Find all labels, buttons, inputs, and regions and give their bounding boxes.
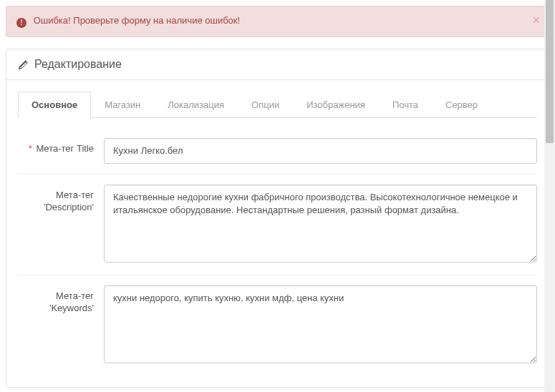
tab-images[interactable]: Изображения [293, 92, 379, 118]
tab-options[interactable]: Опции [238, 92, 293, 118]
field-meta-description: Мета-тег 'Description' [18, 174, 537, 275]
field-meta-title: * Мета-тег Title [18, 138, 537, 174]
scrollbar-track[interactable] [544, 0, 555, 392]
field-meta-keywords: Мета-тег 'Keywords' [18, 275, 537, 376]
tab-main[interactable]: Основное [18, 92, 91, 118]
input-meta-title[interactable] [104, 138, 537, 164]
tab-localization[interactable]: Локализация [154, 92, 238, 118]
error-alert: ! Ошибка! Проверьте форму на наличие оши… [6, 6, 549, 37]
input-meta-description[interactable] [104, 185, 537, 263]
scrollbar-thumb[interactable] [546, 0, 554, 143]
panel-body: Основное Магазин Локализация Опции Изобр… [6, 80, 549, 387]
alert-text: Ошибка! Проверьте форму на наличие ошибо… [34, 15, 241, 26]
close-icon[interactable]: × [532, 14, 540, 26]
input-meta-keywords[interactable] [104, 285, 537, 363]
panel-heading: Редактирование [6, 49, 549, 80]
pencil-icon [18, 59, 29, 70]
edit-panel: Редактирование Основное Магазин Локализа… [6, 49, 549, 388]
tab-server[interactable]: Сервер [432, 92, 491, 118]
tab-mail[interactable]: Почта [379, 92, 432, 118]
tab-bar: Основное Магазин Локализация Опции Изобр… [18, 92, 537, 118]
tab-shop[interactable]: Магазин [91, 92, 154, 118]
label-meta-title: * Мета-тег Title [18, 138, 104, 164]
label-meta-keywords: Мета-тег 'Keywords' [18, 285, 104, 366]
panel-title: Редактирование [34, 58, 122, 71]
label-meta-description: Мета-тег 'Description' [18, 185, 104, 265]
exclamation-icon: ! [16, 18, 26, 28]
